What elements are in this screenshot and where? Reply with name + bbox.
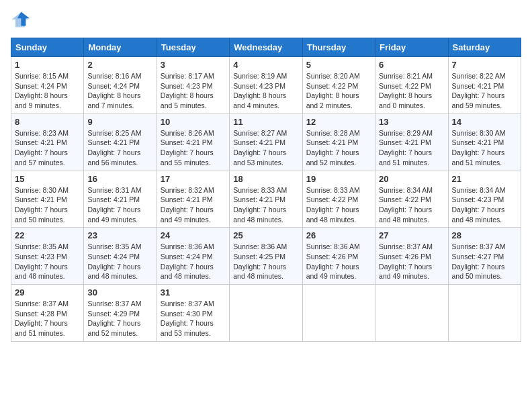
day-cell — [230, 285, 302, 342]
day-number: 30 — [87, 287, 152, 298]
day-cell: 12Sunrise: 8:28 AMSunset: 4:21 PMDayligh… — [302, 113, 375, 171]
day-number: 20 — [379, 174, 444, 184]
day-info: Sunrise: 8:16 AMSunset: 4:24 PMDaylight:… — [87, 71, 152, 111]
day-cell — [302, 285, 375, 342]
calendar: SundayMondayTuesdayWednesdayThursdayFrid… — [11, 38, 521, 342]
day-number: 3 — [161, 60, 226, 70]
day-cell: 27Sunrise: 8:37 AMSunset: 4:26 PMDayligh… — [375, 228, 448, 285]
day-number: 14 — [452, 117, 517, 127]
week-row-4: 22Sunrise: 8:35 AMSunset: 4:23 PMDayligh… — [11, 228, 521, 285]
day-number: 17 — [161, 174, 226, 184]
day-number: 19 — [306, 174, 371, 184]
day-cell: 26Sunrise: 8:36 AMSunset: 4:26 PMDayligh… — [302, 228, 375, 285]
day-number: 29 — [15, 287, 80, 298]
day-cell: 15Sunrise: 8:30 AMSunset: 4:21 PMDayligh… — [11, 171, 84, 228]
day-cell: 20Sunrise: 8:34 AMSunset: 4:22 PMDayligh… — [375, 171, 448, 228]
day-info: Sunrise: 8:30 AMSunset: 4:21 PMDaylight:… — [15, 185, 80, 225]
day-number: 25 — [233, 230, 298, 240]
day-info: Sunrise: 8:33 AMSunset: 4:22 PMDaylight:… — [306, 185, 371, 225]
week-row-3: 15Sunrise: 8:30 AMSunset: 4:21 PMDayligh… — [11, 171, 521, 228]
header — [11, 11, 521, 30]
day-cell: 18Sunrise: 8:33 AMSunset: 4:21 PMDayligh… — [230, 171, 302, 228]
day-cell: 7Sunrise: 8:22 AMSunset: 4:21 PMDaylight… — [448, 57, 521, 114]
day-number: 15 — [15, 174, 80, 184]
calendar-header-row: SundayMondayTuesdayWednesdayThursdayFrid… — [11, 38, 521, 57]
week-row-5: 29Sunrise: 8:37 AMSunset: 4:28 PMDayligh… — [11, 285, 521, 342]
day-cell: 9Sunrise: 8:25 AMSunset: 4:21 PMDaylight… — [84, 113, 157, 171]
day-number: 27 — [379, 230, 444, 240]
day-cell: 4Sunrise: 8:19 AMSunset: 4:23 PMDaylight… — [230, 57, 302, 114]
day-number: 4 — [233, 60, 298, 70]
day-cell: 31Sunrise: 8:37 AMSunset: 4:30 PMDayligh… — [157, 285, 229, 342]
day-cell: 11Sunrise: 8:27 AMSunset: 4:21 PMDayligh… — [230, 113, 302, 171]
header-friday: Friday — [375, 38, 448, 57]
header-monday: Monday — [84, 38, 157, 57]
day-cell: 25Sunrise: 8:36 AMSunset: 4:25 PMDayligh… — [230, 228, 302, 285]
day-cell: 16Sunrise: 8:31 AMSunset: 4:21 PMDayligh… — [84, 171, 157, 228]
day-number: 26 — [306, 230, 371, 240]
day-cell: 22Sunrise: 8:35 AMSunset: 4:23 PMDayligh… — [11, 228, 84, 285]
day-info: Sunrise: 8:37 AMSunset: 4:27 PMDaylight:… — [452, 242, 517, 281]
day-info: Sunrise: 8:19 AMSunset: 4:23 PMDaylight:… — [233, 71, 298, 111]
day-number: 13 — [379, 117, 444, 127]
day-cell: 21Sunrise: 8:34 AMSunset: 4:23 PMDayligh… — [448, 171, 521, 228]
day-number: 10 — [161, 117, 226, 127]
day-cell: 29Sunrise: 8:37 AMSunset: 4:28 PMDayligh… — [11, 285, 84, 342]
day-info: Sunrise: 8:34 AMSunset: 4:22 PMDaylight:… — [379, 185, 444, 225]
day-cell: 3Sunrise: 8:17 AMSunset: 4:23 PMDaylight… — [157, 57, 229, 114]
day-cell: 30Sunrise: 8:37 AMSunset: 4:29 PMDayligh… — [84, 285, 157, 342]
day-number: 8 — [15, 117, 80, 127]
day-number: 21 — [452, 174, 517, 184]
day-info: Sunrise: 8:26 AMSunset: 4:21 PMDaylight:… — [161, 128, 226, 168]
week-row-2: 8Sunrise: 8:23 AMSunset: 4:21 PMDaylight… — [11, 113, 521, 171]
day-number: 5 — [306, 60, 371, 70]
day-cell: 24Sunrise: 8:36 AMSunset: 4:24 PMDayligh… — [157, 228, 229, 285]
day-number: 7 — [452, 60, 517, 70]
day-number: 2 — [87, 60, 152, 70]
logo — [11, 11, 32, 30]
day-number: 28 — [452, 230, 517, 240]
day-number: 22 — [15, 230, 80, 240]
day-cell: 8Sunrise: 8:23 AMSunset: 4:21 PMDaylight… — [11, 113, 84, 171]
day-info: Sunrise: 8:34 AMSunset: 4:23 PMDaylight:… — [452, 185, 517, 225]
day-info: Sunrise: 8:25 AMSunset: 4:21 PMDaylight:… — [87, 128, 152, 168]
header-thursday: Thursday — [302, 38, 375, 57]
day-cell — [375, 285, 448, 342]
day-cell: 19Sunrise: 8:33 AMSunset: 4:22 PMDayligh… — [302, 171, 375, 228]
day-cell: 10Sunrise: 8:26 AMSunset: 4:21 PMDayligh… — [157, 113, 229, 171]
day-number: 9 — [87, 117, 152, 127]
day-info: Sunrise: 8:30 AMSunset: 4:21 PMDaylight:… — [452, 128, 517, 168]
day-info: Sunrise: 8:15 AMSunset: 4:24 PMDaylight:… — [15, 71, 80, 111]
week-row-1: 1Sunrise: 8:15 AMSunset: 4:24 PMDaylight… — [11, 57, 521, 114]
day-info: Sunrise: 8:37 AMSunset: 4:28 PMDaylight:… — [15, 299, 80, 338]
day-cell: 2Sunrise: 8:16 AMSunset: 4:24 PMDaylight… — [84, 57, 157, 114]
day-cell: 5Sunrise: 8:20 AMSunset: 4:22 PMDaylight… — [302, 57, 375, 114]
header-tuesday: Tuesday — [157, 38, 229, 57]
day-cell: 1Sunrise: 8:15 AMSunset: 4:24 PMDaylight… — [11, 57, 84, 114]
header-wednesday: Wednesday — [230, 38, 302, 57]
day-number: 23 — [87, 230, 152, 240]
day-number: 6 — [379, 60, 444, 70]
day-info: Sunrise: 8:29 AMSunset: 4:21 PMDaylight:… — [379, 128, 444, 168]
day-info: Sunrise: 8:37 AMSunset: 4:26 PMDaylight:… — [379, 242, 444, 281]
day-info: Sunrise: 8:32 AMSunset: 4:21 PMDaylight:… — [161, 185, 226, 225]
day-number: 24 — [161, 230, 226, 240]
day-info: Sunrise: 8:23 AMSunset: 4:21 PMDaylight:… — [15, 128, 80, 168]
day-cell: 17Sunrise: 8:32 AMSunset: 4:21 PMDayligh… — [157, 171, 229, 228]
header-sunday: Sunday — [11, 38, 84, 57]
day-info: Sunrise: 8:37 AMSunset: 4:30 PMDaylight:… — [161, 299, 226, 338]
day-info: Sunrise: 8:22 AMSunset: 4:21 PMDaylight:… — [452, 71, 517, 111]
day-info: Sunrise: 8:21 AMSunset: 4:22 PMDaylight:… — [379, 71, 444, 111]
day-info: Sunrise: 8:36 AMSunset: 4:24 PMDaylight:… — [161, 242, 226, 281]
day-number: 1 — [15, 60, 80, 70]
day-info: Sunrise: 8:37 AMSunset: 4:29 PMDaylight:… — [87, 299, 152, 338]
day-number: 11 — [233, 117, 298, 127]
day-cell — [448, 285, 521, 342]
day-info: Sunrise: 8:17 AMSunset: 4:23 PMDaylight:… — [161, 71, 226, 111]
day-info: Sunrise: 8:28 AMSunset: 4:21 PMDaylight:… — [306, 128, 371, 168]
day-number: 16 — [87, 174, 152, 184]
day-info: Sunrise: 8:35 AMSunset: 4:23 PMDaylight:… — [15, 242, 80, 281]
day-info: Sunrise: 8:31 AMSunset: 4:21 PMDaylight:… — [87, 185, 152, 225]
day-cell: 14Sunrise: 8:30 AMSunset: 4:21 PMDayligh… — [448, 113, 521, 171]
header-saturday: Saturday — [448, 38, 521, 57]
